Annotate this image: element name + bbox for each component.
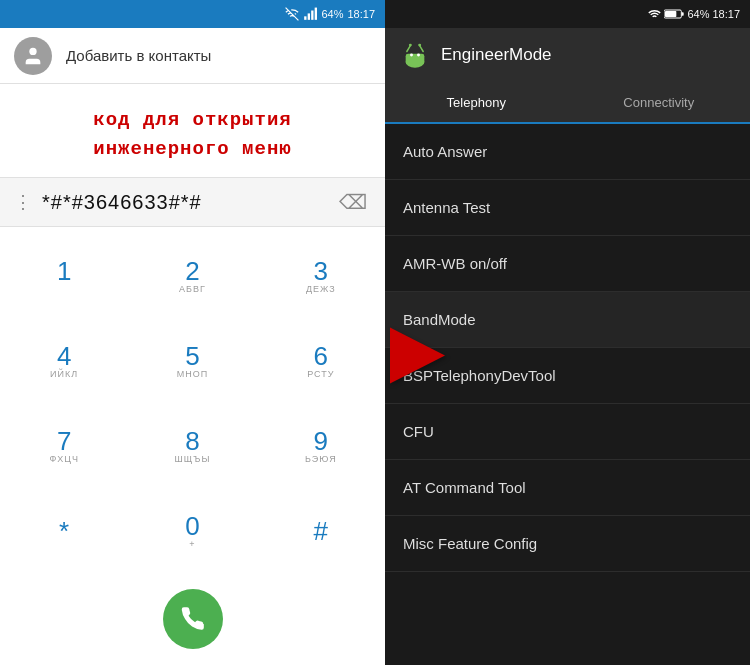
- wifi-icon-right: [648, 8, 661, 21]
- wifi-icon: [285, 7, 299, 21]
- signal-icon: [303, 7, 317, 21]
- key-0[interactable]: 0 +: [130, 490, 254, 571]
- svg-rect-1: [308, 13, 310, 19]
- svg-rect-7: [665, 11, 676, 17]
- status-bar-left: 64% 18:17: [0, 0, 385, 28]
- svg-point-11: [410, 54, 413, 57]
- svg-rect-0: [305, 16, 307, 20]
- key-star[interactable]: *: [2, 490, 126, 571]
- call-button[interactable]: [163, 589, 223, 649]
- key-6[interactable]: 6 РСТУ: [259, 320, 383, 401]
- menu-item-auto-answer[interactable]: Auto Answer: [385, 124, 750, 180]
- key-1[interactable]: 1: [2, 235, 126, 316]
- svg-point-12: [417, 54, 420, 57]
- contact-header: Добавить в контакты: [0, 28, 385, 84]
- backspace-button[interactable]: ⌫: [335, 186, 371, 218]
- svg-rect-3: [315, 8, 317, 20]
- battery-right: 64%: [687, 8, 709, 20]
- menu-item-antenna-test[interactable]: Antenna Test: [385, 180, 750, 236]
- svg-rect-8: [682, 12, 684, 15]
- svg-point-15: [409, 44, 412, 47]
- dialer-input-value: *#*#3646633#*#: [42, 191, 327, 214]
- svg-rect-10: [406, 54, 425, 65]
- menu-item-amr-wb[interactable]: AMR-WB on/off: [385, 236, 750, 292]
- status-icons-right: 64% 18:17: [648, 8, 740, 21]
- contact-label: Добавить в контакты: [66, 47, 211, 64]
- battery-left: 64%: [321, 8, 343, 20]
- engineer-header: EngineerMode: [385, 28, 750, 82]
- svg-line-13: [407, 46, 411, 52]
- keypad: 1 2 АБВГ 3 ДЕЖЗ 4 ИЙКЛ 5 МНОП 6 РСТУ 7 Ф…: [0, 227, 385, 579]
- annotation-area: код для открытия инженерного меню: [0, 84, 385, 177]
- menu-item-misc[interactable]: Misc Feature Config: [385, 516, 750, 572]
- android-logo-icon: [401, 41, 429, 69]
- status-icons-left: 64% 18:17: [285, 7, 375, 21]
- key-7[interactable]: 7 ФХЦЧ: [2, 405, 126, 486]
- android-icon: [399, 39, 431, 71]
- tab-telephony[interactable]: Telephony: [385, 82, 568, 122]
- dialer-dots: ⋮: [14, 191, 34, 213]
- right-arrow-icon: [390, 327, 445, 383]
- tab-bar: Telephony Connectivity: [385, 82, 750, 124]
- key-9[interactable]: 9 ЬЭЮЯ: [259, 405, 383, 486]
- svg-rect-2: [312, 11, 314, 20]
- menu-item-cfu[interactable]: CFU: [385, 404, 750, 460]
- svg-line-14: [420, 46, 424, 52]
- battery-icon-right: [664, 8, 684, 20]
- time-left: 18:17: [347, 8, 375, 20]
- dialer-input-row: ⋮ *#*#3646633#*# ⌫: [0, 177, 385, 227]
- key-hash[interactable]: #: [259, 490, 383, 571]
- menu-list: Auto Answer Antenna Test AMR-WB on/off B…: [385, 124, 750, 665]
- status-bar-right: 64% 18:17: [385, 0, 750, 28]
- contact-avatar: [14, 37, 52, 75]
- tab-connectivity[interactable]: Connectivity: [568, 82, 751, 122]
- time-right: 18:17: [712, 8, 740, 20]
- key-4[interactable]: 4 ИЙКЛ: [2, 320, 126, 401]
- key-5[interactable]: 5 МНОП: [130, 320, 254, 401]
- svg-point-4: [29, 47, 36, 54]
- annotation-line1: код для открытия инженерного меню: [93, 109, 291, 160]
- arrow-indicator: [390, 327, 445, 383]
- left-panel: 64% 18:17 Добавить в контакты код для от…: [0, 0, 385, 665]
- phone-icon: [180, 606, 206, 632]
- engineer-mode-title: EngineerMode: [441, 45, 552, 65]
- menu-item-at-command[interactable]: AT Command Tool: [385, 460, 750, 516]
- call-button-row: [0, 579, 385, 665]
- key-3[interactable]: 3 ДЕЖЗ: [259, 235, 383, 316]
- key-8[interactable]: 8 ШЩЪЫ: [130, 405, 254, 486]
- svg-point-16: [418, 44, 421, 47]
- person-icon: [22, 45, 44, 67]
- key-2[interactable]: 2 АБВГ: [130, 235, 254, 316]
